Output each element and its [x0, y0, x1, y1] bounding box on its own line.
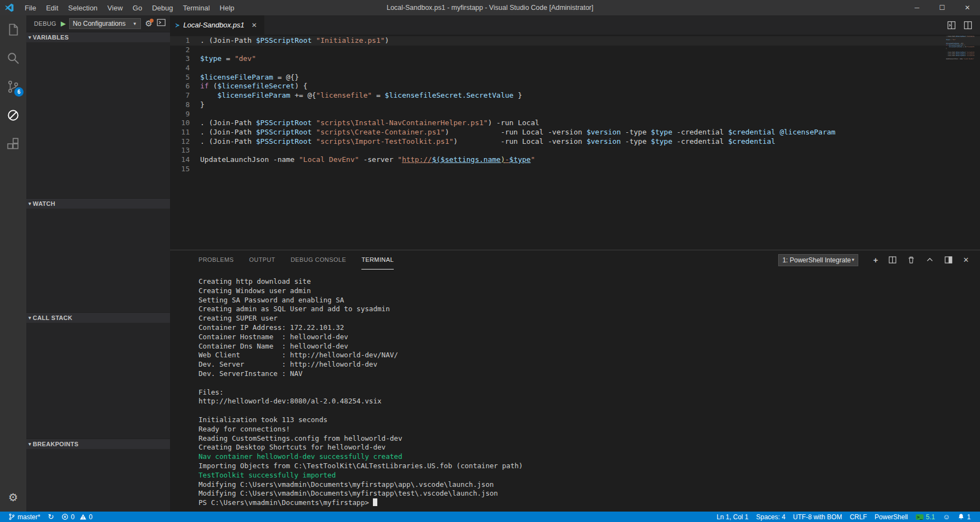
code-editor[interactable]: 1. (Join-Path $PSScriptRoot "Initialize.…	[170, 35, 980, 250]
panel-tab-debug-console[interactable]: DEBUG CONSOLE	[291, 250, 346, 270]
sidebar-item-source-control[interactable]: 6	[0, 72, 26, 101]
split-terminal-icon[interactable]	[888, 256, 897, 264]
branch-label: master*	[18, 513, 40, 521]
code-line-12[interactable]: . (Join-Path $PSScriptRoot "scripts\Impo…	[946, 55, 975, 57]
problems-status[interactable]: 0 0	[58, 512, 96, 522]
sidebar-item-extensions[interactable]	[0, 130, 26, 158]
open-debug-console-button[interactable]	[157, 19, 166, 29]
eol-status[interactable]: CRLF	[846, 513, 870, 521]
menu-view[interactable]: View	[103, 0, 128, 15]
code-line-15[interactable]	[946, 60, 975, 62]
menu-bar: FileEditSelectionViewGoDebugTerminalHelp	[20, 0, 239, 15]
indentation-status[interactable]: Spaces: 4	[752, 513, 789, 521]
error-icon	[61, 513, 69, 520]
line-number: 14	[170, 155, 190, 165]
code-line-3[interactable]: 3$type = "dev"	[170, 54, 980, 64]
code-line-9[interactable]: 9	[170, 110, 980, 119]
code-line-11[interactable]: 11. (Join-Path $PSScriptRoot "scripts\Cr…	[170, 128, 980, 137]
terminal-output[interactable]: Creating http download siteCreating Wind…	[170, 270, 980, 512]
language-mode-status[interactable]: PowerShell	[871, 513, 912, 521]
section-header-variables[interactable]: ▾VARIABLES	[26, 32, 170, 42]
terminal-select-label: 1: PowerShell Integrate	[783, 256, 851, 264]
tab-local-sandbox[interactable]: ≻ Local-Sandbox.ps1 ✕	[170, 15, 264, 35]
menu-terminal[interactable]: Terminal	[178, 0, 214, 15]
configure-gear-button[interactable]: ⚙	[144, 19, 154, 29]
panel-tab-output[interactable]: OUTPUT	[249, 250, 275, 270]
terminal-line: Dev. Server : http://helloworld-dev	[199, 360, 980, 369]
code-line-14[interactable]: UpdateLaunchJson -name "Local DevEnv" -s…	[946, 58, 975, 60]
terminal-line: Creating admin as SQL User and add to sy…	[199, 305, 980, 314]
code-line-10[interactable]: 10. (Join-Path $PSScriptRoot "scripts\In…	[170, 119, 980, 128]
menu-file[interactable]: File	[20, 0, 41, 15]
smiley-icon: ☺	[943, 513, 950, 521]
panel-tab-problems[interactable]: PROBLEMS	[199, 250, 234, 270]
kill-terminal-trash-icon[interactable]	[907, 256, 915, 264]
sidebar-item-explorer[interactable]	[0, 15, 26, 44]
debug-config-dropdown[interactable]: No Configurations ▼	[69, 18, 141, 29]
code-line-7[interactable]: $licenseFileParam += @{"licensefile" = $…	[946, 46, 975, 48]
terminal-line: Initialization took 113 seconds	[199, 416, 980, 425]
code-line-14[interactable]: 14UpdateLaunchJson -name "Local DevEnv" …	[170, 155, 980, 165]
maximize-button[interactable]: ☐	[930, 0, 955, 15]
sync-status[interactable]: ↻	[44, 512, 58, 522]
settings-gear-item[interactable]: ⚙	[0, 483, 26, 512]
section-header-watch[interactable]: ▾WATCH	[26, 198, 170, 209]
editor-actions	[947, 15, 980, 35]
tab-close-icon[interactable]: ✕	[252, 21, 257, 29]
sidebar-item-debug[interactable]	[0, 101, 26, 130]
section-header-breakpoints[interactable]: ▾BREAKPOINTS	[26, 439, 170, 449]
code-line-2[interactable]: 2	[170, 46, 980, 55]
powershell-version-status[interactable]: >_ 5.1	[912, 513, 939, 521]
new-terminal-icon[interactable]: +	[873, 255, 878, 265]
minimap[interactable]: . (Join-Path $PSScriptRoot "Initialize.p…	[946, 36, 975, 62]
warning-icon	[80, 513, 87, 520]
debug-view-title: DEBUG	[34, 20, 56, 27]
line-number: 10	[170, 119, 190, 128]
encoding-status[interactable]: UTF-8 with BOM	[789, 513, 846, 521]
code-line-1[interactable]: 1. (Join-Path $PSScriptRoot "Initialize.…	[170, 36, 980, 46]
toggle-panel-position-icon[interactable]	[944, 256, 953, 264]
menu-edit[interactable]: Edit	[41, 0, 63, 15]
minimize-button[interactable]: ─	[904, 0, 930, 15]
code-line-6[interactable]: 6if ($licensefileSecret) {	[170, 82, 980, 91]
section-header-call-stack[interactable]: ▾CALL STACK	[26, 312, 170, 323]
section-label: VARIABLES	[33, 34, 69, 41]
code-line-7[interactable]: 7 $licenseFileParam += @{"licensefile" =…	[170, 91, 980, 100]
sidebar-item-search[interactable]	[0, 44, 26, 72]
code-line-5[interactable]: 5$licenseFileParam = @{}	[170, 73, 980, 82]
panel-tab-terminal[interactable]: TERMINAL	[361, 250, 394, 270]
explorer-icon	[6, 23, 20, 37]
maximize-panel-chevron-icon[interactable]	[926, 256, 934, 264]
menu-debug[interactable]: Debug	[147, 0, 178, 15]
code-line-4[interactable]: 4	[170, 64, 980, 73]
code-line-1[interactable]: . (Join-Path $PSScriptRoot "Initialize.p…	[946, 36, 975, 37]
notifications-status[interactable]: 1	[954, 513, 975, 521]
menu-go[interactable]: Go	[128, 0, 147, 15]
git-branch-status[interactable]: master*	[4, 512, 44, 522]
terminal-select-dropdown[interactable]: 1: PowerShell Integrate ▼	[778, 254, 859, 266]
cursor-position-status[interactable]: Ln 1, Col 1	[713, 513, 752, 521]
code-line-13[interactable]: 13	[170, 146, 980, 155]
close-panel-icon[interactable]: ✕	[963, 256, 969, 264]
code-line-15[interactable]: 15	[170, 165, 980, 174]
line-number: 12	[170, 137, 190, 147]
line-number: 1	[170, 36, 190, 46]
open-changes-icon[interactable]	[947, 21, 956, 30]
line-number: 5	[170, 73, 190, 82]
split-editor-icon[interactable]	[964, 21, 972, 30]
code-line-8[interactable]: 8}	[170, 100, 980, 110]
window-controls: ─ ☐ ✕	[904, 0, 980, 15]
menu-selection[interactable]: Selection	[63, 0, 102, 15]
close-button[interactable]: ✕	[955, 0, 980, 15]
section-body	[26, 209, 170, 312]
debug-console-icon	[157, 19, 166, 26]
feedback-smiley[interactable]: ☺	[939, 513, 954, 521]
gear-warning-dot	[150, 19, 154, 23]
menu-help[interactable]: Help	[215, 0, 240, 15]
terminal-line	[199, 379, 980, 388]
line-number: 3	[170, 54, 190, 64]
code-line-12[interactable]: 12. (Join-Path $PSScriptRoot "scripts\Im…	[170, 137, 980, 147]
powershell-version-label: 5.1	[926, 513, 935, 521]
terminal-line: TestToolkit successfully imported	[199, 471, 980, 480]
start-debug-icon[interactable]: ▶	[61, 20, 66, 27]
